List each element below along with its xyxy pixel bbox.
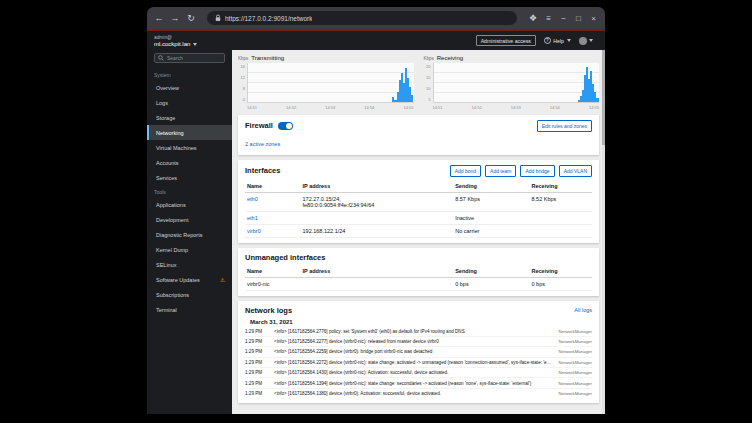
page-content: KbpsTransmitting16128414:5114:5214:5314:… <box>232 50 605 414</box>
column-header: Sending <box>453 180 529 193</box>
sidebar-item-label: Subscriptions <box>156 292 225 298</box>
column-header: IP address <box>301 265 454 278</box>
chevron-down-icon <box>193 43 197 46</box>
maximize-button[interactable]: □ <box>573 14 584 23</box>
x-tick-label: 14:53 <box>325 105 335 110</box>
table-cell: 0 bps <box>530 277 592 290</box>
sidebar-item-subscriptions[interactable]: Subscriptions <box>147 287 232 302</box>
sidebar-item-label: Logs <box>156 100 225 106</box>
sidebar-item-accounts[interactable]: Accounts <box>147 155 232 170</box>
add-bridge-button[interactable]: Add bridge <box>520 165 554 177</box>
interface-name[interactable]: virbr0 <box>245 224 301 237</box>
log-message: <info> [1617182564.1430] device (virbr0-… <box>274 370 554 375</box>
table-cell: 8.52 Kbps <box>530 192 592 211</box>
x-tick-label: 14:55 <box>403 105 413 110</box>
log-message: <info> [1617182564.2272] device (virbr0-… <box>274 360 554 365</box>
log-time: 1:29 PM <box>245 381 269 386</box>
add-vlan-button[interactable]: Add VLAN <box>559 165 592 177</box>
chevron-down-icon <box>589 39 593 42</box>
edit-rules-and-zones-button[interactable]: Edit rules and zones <box>537 120 592 132</box>
interface-name[interactable]: eth0 <box>245 192 301 211</box>
graph-plot: 161284 <box>238 63 414 103</box>
graph-transmitting: KbpsTransmitting16128414:5114:5214:5314:… <box>238 55 414 110</box>
log-entry[interactable]: 1:29 PM<info> [1617182564.1394] device (… <box>245 377 592 387</box>
main-panel: Administrative access ? Help KbpsTransmi… <box>232 31 605 414</box>
user-menu[interactable]: admin@ ml.cockpit.lan <box>147 31 232 50</box>
menu-button[interactable]: ≡ <box>543 14 554 23</box>
x-tick-label: 14:53 <box>511 105 521 110</box>
log-message: <info> [1617182564.1394] device (virbr0-… <box>274 381 554 386</box>
sidebar-item-label: Development <box>156 217 225 223</box>
interface-add-buttons: Add bondAdd teamAdd bridgeAdd VLAN <box>450 165 592 177</box>
all-logs-link[interactable]: All logs <box>574 307 592 313</box>
sidebar-item-kernel-dump[interactable]: Kernel Dump <box>147 242 232 257</box>
firewall-toggle[interactable] <box>278 122 293 130</box>
sidebar-item-networking[interactable]: Networking <box>147 125 232 140</box>
close-button[interactable]: × <box>588 14 599 23</box>
interfaces-table: NameIP addressSendingReceivingeth0172.27… <box>245 180 592 238</box>
log-message: <info> [1617182564.2277] device (virbr0-… <box>274 339 554 344</box>
sidebar-item-development[interactable]: Development <box>147 212 232 227</box>
avatar <box>579 37 587 45</box>
graph-plot: 2015105 <box>424 63 600 103</box>
graph-bars <box>433 63 600 103</box>
unmanaged-interfaces-title: Unmanaged interfaces <box>245 253 325 262</box>
sidebar-item-label: Kernel Dump <box>156 247 225 253</box>
log-entry[interactable]: 1:29 PM<info> [1617182564.2259] device (… <box>245 346 592 356</box>
y-tick-label: 10 <box>426 86 430 91</box>
sidebar-item-overview[interactable]: Overview <box>147 80 232 95</box>
session-menu[interactable] <box>579 37 594 45</box>
log-message: <info> [1617182564.2259] device (virbr0)… <box>274 349 554 354</box>
sidebar-item-diagnostic-reports[interactable]: Diagnostic Reports <box>147 227 232 242</box>
sidebar-item-storage[interactable]: Storage <box>147 110 232 125</box>
graph-x-axis: 14:5114:5214:5314:5414:55 <box>424 105 600 110</box>
add-team-button[interactable]: Add team <box>485 165 516 177</box>
y-tick-label: 5 <box>428 97 430 102</box>
administrative-access-button[interactable]: Administrative access <box>476 35 536 46</box>
table-cell: 172.27.0.15/24, fe80:0:0:9054:ff4e:f234:… <box>301 192 454 211</box>
search-input[interactable]: Search <box>154 53 225 63</box>
reload-button[interactable]: ↻ <box>185 14 197 23</box>
sidebar-item-virtual-machines[interactable]: Virtual Machines <box>147 140 232 155</box>
forward-button[interactable]: → <box>169 14 181 23</box>
log-time: 1:29 PM <box>245 339 269 344</box>
log-entry[interactable]: 1:29 PM<info> [1617182564.2277] device (… <box>245 336 592 346</box>
column-header: Receiving <box>530 265 592 278</box>
table-header-row: NameIP addressSendingReceiving <box>245 265 592 278</box>
y-tick-label: 16 <box>241 64 245 69</box>
sidebar-item-software-updates[interactable]: Software Updates⚠ <box>147 272 232 287</box>
log-entry[interactable]: 1:29 PM<info> [1617182564.1380] device (… <box>245 388 592 398</box>
log-entry[interactable]: 1:29 PM<info> [1617182564.1430] device (… <box>245 367 592 377</box>
log-entry[interactable]: 1:29 PM<info> [1617182564.2272] device (… <box>245 357 592 367</box>
table-row: virbr0192.168.122.1/24No carrier <box>245 224 592 237</box>
sidebar-item-label: Overview <box>156 85 225 91</box>
scrollbar[interactable] <box>602 50 605 414</box>
sidebar-item-selinux[interactable]: SELinux <box>147 257 232 272</box>
table-header-row: NameIP addressSendingReceiving <box>245 180 592 193</box>
minimize-button[interactable]: − <box>558 14 569 23</box>
add-bond-button[interactable]: Add bond <box>450 165 481 177</box>
sidebar-item-logs[interactable]: Logs <box>147 95 232 110</box>
help-menu[interactable]: ? Help <box>544 37 571 44</box>
interface-name[interactable]: eth1 <box>245 211 301 224</box>
log-source: NetworkManager <box>559 391 592 396</box>
help-label: Help <box>553 38 564 44</box>
sidebar-item-applications[interactable]: Applications <box>147 197 232 212</box>
column-header: Name <box>245 265 301 278</box>
sidebar-item-label: Diagnostic Reports <box>156 232 225 238</box>
sidebar-item-label: Terminal <box>156 307 225 313</box>
active-zones-link[interactable]: 2 active zones <box>245 141 280 147</box>
sidebar-item-terminal[interactable]: Terminal <box>147 302 232 317</box>
graph-title: Receiving <box>437 55 463 61</box>
sidebar-item-services[interactable]: Services <box>147 170 232 185</box>
log-date-heading: March 31, 2021 <box>245 319 592 325</box>
url-bar[interactable]: https://127.0.0.2:9091/network <box>207 11 517 25</box>
graph-y-axis: 161284 <box>238 63 247 103</box>
log-entry[interactable]: 1:29 PM<info> [1617182564.2776] policy: … <box>245 327 592 336</box>
scrollbar-thumb[interactable] <box>602 50 605 145</box>
browser-window: ← → ↻ https://127.0.0.2:9091/network ❖ ≡… <box>147 7 605 414</box>
back-button[interactable]: ← <box>153 14 165 23</box>
extensions-icon[interactable]: ❖ <box>527 14 539 23</box>
column-header: Receiving <box>530 180 592 193</box>
log-message: <info> [1617182564.1380] device (virbr0)… <box>274 391 554 396</box>
